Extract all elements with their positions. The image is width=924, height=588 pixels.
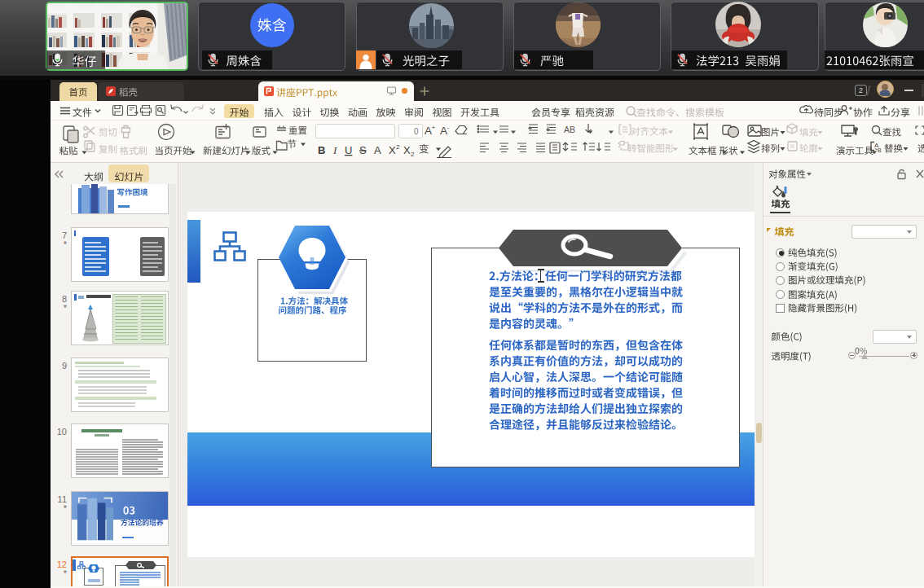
svg-text:2: 2	[396, 143, 400, 151]
svg-text:B: B	[878, 147, 882, 153]
svg-text:0: 0	[414, 127, 419, 136]
svg-text:I: I	[332, 144, 337, 156]
svg-text:B: B	[318, 144, 325, 156]
svg-text:X: X	[403, 144, 411, 156]
svg-text:+: +	[432, 124, 436, 131]
svg-text:S: S	[359, 144, 367, 156]
svg-text:2: 2	[411, 151, 415, 158]
svg-text:U: U	[345, 144, 352, 156]
svg-text:AB: AB	[564, 125, 575, 134]
svg-text:-: -	[447, 124, 450, 131]
svg-text:A: A	[374, 144, 381, 156]
svg-text:X: X	[389, 144, 396, 156]
